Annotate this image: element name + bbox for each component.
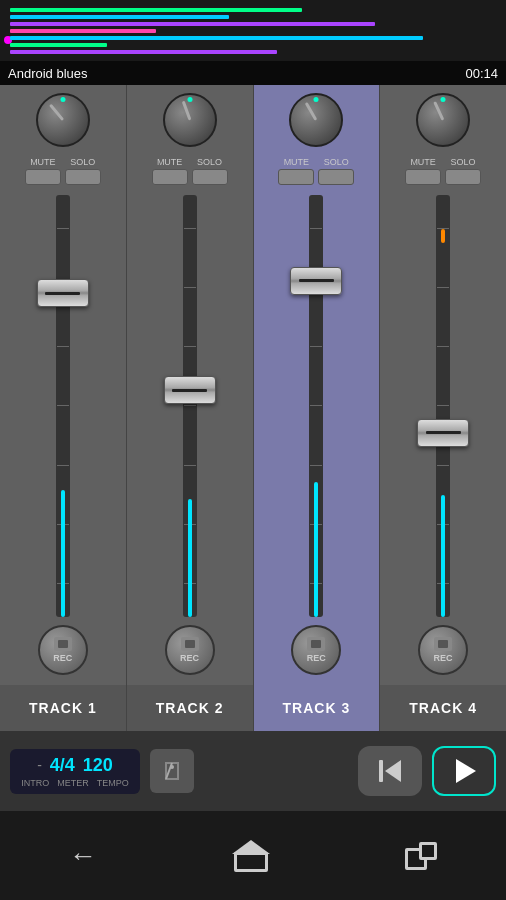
fader-handle-1[interactable] [37,279,89,307]
knob-indicator-4 [433,101,444,120]
rec-btn-1[interactable]: REC [38,625,88,675]
knob-4[interactable] [416,93,470,147]
waveform-bar [10,8,302,12]
mute-label-3: MUTE [284,157,310,167]
waveform-bar [10,15,229,19]
tempo-tempo-label: TEMPO [97,778,129,788]
tempo-labels: INTRO METER TEMPO [21,778,129,788]
orange-mark-4 [441,229,445,243]
mute-group-3: MUTE [278,157,314,185]
solo-group-1: SOLO [65,157,101,185]
tempo-meter-label: METER [57,778,89,788]
home-button[interactable] [234,840,268,872]
rec-icon-4 [434,637,452,651]
play-button[interactable] [432,746,496,796]
rec-icon-1 [54,637,72,651]
track-label-4[interactable]: TRACK 4 [380,685,506,731]
fader-track-1[interactable] [56,195,70,617]
mute-solo-row-2: MUTE SOLO [152,157,228,185]
solo-btn-4[interactable] [445,169,481,185]
fader-section-1 [2,191,124,621]
mute-label-1: MUTE [30,157,56,167]
fader-handle-4[interactable] [417,419,469,447]
mute-solo-row-1: MUTE SOLO [25,157,101,185]
track-label-1[interactable]: TRACK 1 [0,685,127,731]
knob-container-1[interactable] [33,93,93,153]
solo-label-4: SOLO [451,157,476,167]
fader-track-3[interactable] [309,195,323,617]
track-label-2[interactable]: TRACK 2 [127,685,254,731]
metronome-icon [158,757,186,785]
recent-apps-icon [405,842,437,870]
fader-handle-2[interactable] [164,376,216,404]
knob-container-3[interactable] [286,93,346,153]
solo-btn-3[interactable] [318,169,354,185]
waveform-bar [10,22,375,26]
knob-dot-4 [441,97,446,102]
fader-track-2[interactable] [183,195,197,617]
waveform-bar [10,36,423,40]
fader-handle-line-2 [172,389,207,392]
tempo-meter[interactable]: 4/4 [50,755,75,776]
track-label-3[interactable]: TRACK 3 [254,685,381,731]
metronome-button[interactable] [150,749,194,793]
tempo-dash: - [37,757,42,773]
fader-level-4 [441,495,445,617]
fader-track-4[interactable] [436,195,450,617]
knob-container-2[interactable] [160,93,220,153]
fader-level-1 [61,490,65,617]
fader-level-3 [314,482,318,617]
tempo-bpm[interactable]: 120 [83,755,113,776]
fader-handle-3[interactable] [290,267,342,295]
waveform-bars [10,8,496,57]
fader-handle-line-3 [299,279,334,282]
rec-label-4: REC [434,653,453,663]
transport-area: - 4/4 120 INTRO METER TEMPO [0,731,506,811]
mute-label-4: MUTE [410,157,436,167]
fader-handle-line-4 [426,431,461,434]
mute-group-4: MUTE [405,157,441,185]
knob-dot-2 [187,97,192,102]
fader-level-2 [188,499,192,617]
solo-btn-1[interactable] [65,169,101,185]
mute-group-2: MUTE [152,157,188,185]
solo-label-2: SOLO [197,157,222,167]
bottom-nav: ← [0,811,506,900]
rec-icon-3 [307,637,325,651]
rec-icon-2 [181,637,199,651]
mute-btn-2[interactable] [152,169,188,185]
waveform-bar [10,50,277,54]
rec-label-3: REC [307,653,326,663]
song-info-bar: Android blues 00:14 [0,61,506,85]
mixer-area: MUTE SOLO [0,85,506,685]
back-icon: ← [69,840,97,872]
svg-point-2 [170,765,174,769]
mute-btn-3[interactable] [278,169,314,185]
knob-container-4[interactable] [413,93,473,153]
mute-btn-4[interactable] [405,169,441,185]
rewind-icon [379,760,401,782]
back-button[interactable]: ← [69,840,97,872]
fader-handle-line-1 [45,292,80,295]
track-label-bar: TRACK 1 TRACK 2 TRACK 3 TRACK 4 [0,685,506,731]
rec-btn-3[interactable]: REC [291,625,341,675]
track-channel-2: MUTE SOLO [127,85,254,685]
knob-3[interactable] [289,93,343,147]
solo-group-2: SOLO [192,157,228,185]
knob-2[interactable] [163,93,217,147]
knob-indicator-3 [305,102,318,121]
song-time: 00:14 [465,66,498,81]
mute-btn-1[interactable] [25,169,61,185]
knob-1[interactable] [36,93,90,147]
mute-solo-row-3: MUTE SOLO [278,157,354,185]
fader-section-4 [382,191,504,621]
rewind-button[interactable] [358,746,422,796]
solo-btn-2[interactable] [192,169,228,185]
track-channel-4: MUTE SOLO [380,85,506,685]
rec-btn-4[interactable]: REC [418,625,468,675]
rec-btn-2[interactable]: REC [165,625,215,675]
home-icon [234,840,268,872]
knob-indicator-2 [181,101,191,121]
song-title: Android blues [8,66,88,81]
recent-apps-button[interactable] [405,842,437,870]
